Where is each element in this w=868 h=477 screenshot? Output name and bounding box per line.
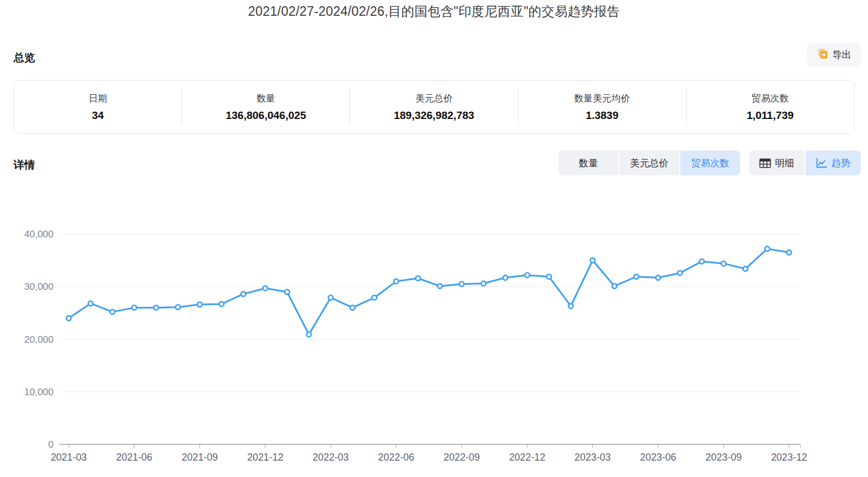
- export-button-label: 导出: [832, 48, 852, 61]
- stat-label: 数量: [256, 92, 275, 105]
- export-icon: [817, 48, 829, 63]
- stat-value: 1.3839: [586, 109, 618, 122]
- stat-trade-count: 贸易次数 1,011,739: [687, 81, 854, 133]
- svg-text:40,000: 40,000: [24, 229, 54, 240]
- tab-usd-total[interactable]: 美元总价: [619, 151, 679, 175]
- svg-text:2022-12: 2022-12: [509, 452, 545, 463]
- stat-label: 美元总价: [415, 92, 453, 105]
- svg-text:2021-06: 2021-06: [116, 452, 152, 463]
- svg-text:20,000: 20,000: [24, 334, 54, 345]
- tab-quantity[interactable]: 数量: [559, 151, 618, 175]
- stat-label: 日期: [88, 92, 107, 105]
- svg-text:2021-12: 2021-12: [247, 452, 283, 463]
- tab-trade-count[interactable]: 贸易次数: [680, 151, 740, 175]
- svg-text:2021-03: 2021-03: [51, 452, 87, 463]
- view-tab-group: 明细 趋势: [749, 151, 861, 175]
- stat-quantity: 数量 136,806,046,025: [182, 81, 349, 133]
- tab-label: 趋势: [831, 157, 851, 170]
- tab-trend-view[interactable]: 趋势: [805, 151, 861, 175]
- overview-heading: 总览: [14, 51, 35, 65]
- page-title: 2021/02/27-2024/02/26,目的国包含"印度尼西亚"的交易趋势报…: [0, 3, 868, 20]
- overview-stats-card: 日期 34 数量 136,806,046,025 美元总价 189,326,98…: [14, 80, 854, 134]
- svg-text:0: 0: [48, 439, 54, 450]
- svg-text:30,000: 30,000: [24, 281, 54, 292]
- svg-text:2023-06: 2023-06: [640, 452, 676, 463]
- trend-line-icon: [816, 158, 827, 169]
- trade-trend-report-page: 2021/02/27-2024/02/26,目的国包含"印度尼西亚"的交易趋势报…: [0, 0, 868, 477]
- stat-date: 日期 34: [14, 81, 181, 133]
- export-button[interactable]: 导出: [807, 43, 861, 67]
- svg-text:2023-09: 2023-09: [706, 452, 742, 463]
- stat-label: 数量美元均价: [574, 92, 630, 105]
- svg-text:2022-06: 2022-06: [378, 452, 414, 463]
- svg-text:2022-09: 2022-09: [444, 452, 480, 463]
- stat-usd-total: 美元总价 189,326,982,783: [350, 81, 517, 133]
- stat-value: 136,806,046,025: [225, 109, 306, 122]
- stat-avg-usd-price: 数量美元均价 1.3839: [519, 81, 686, 133]
- stat-value: 1,011,739: [747, 109, 794, 122]
- detail-heading: 详情: [14, 158, 35, 173]
- stat-value: 34: [92, 109, 104, 122]
- trend-chart: 010,00020,00030,00040,0002021-032021-062…: [0, 209, 868, 477]
- svg-text:10,000: 10,000: [24, 387, 54, 398]
- stat-label: 贸易次数: [751, 92, 789, 105]
- tab-label: 明细: [775, 157, 794, 170]
- svg-text:2023-12: 2023-12: [771, 452, 807, 463]
- stat-value: 189,326,982,783: [394, 109, 475, 122]
- svg-text:2021-09: 2021-09: [181, 452, 218, 463]
- metric-tab-group: 数量 美元总价 贸易次数: [559, 151, 740, 175]
- tab-detail-view[interactable]: 明细: [749, 151, 804, 175]
- svg-text:2023-03: 2023-03: [574, 452, 610, 463]
- table-icon: [759, 158, 771, 169]
- svg-text:2022-03: 2022-03: [313, 452, 349, 463]
- trend-chart-svg: 010,00020,00030,00040,0002021-032021-062…: [0, 209, 868, 477]
